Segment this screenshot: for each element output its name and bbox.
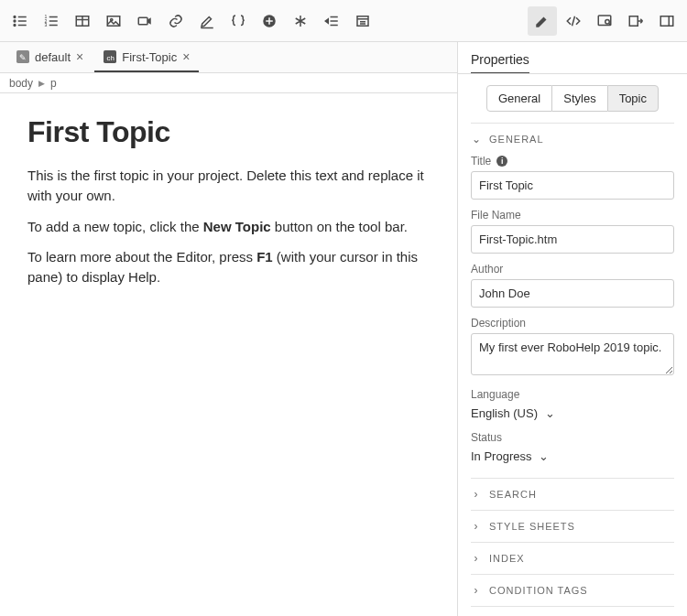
section-header-general[interactable]: ⌄ GENERAL: [471, 124, 674, 155]
title-label: Title i: [471, 155, 674, 168]
chevron-right-icon: ›: [471, 520, 482, 533]
paragraph-style-icon[interactable]: [348, 6, 377, 36]
close-icon[interactable]: ×: [182, 49, 190, 64]
section-search: ›SEARCH: [471, 478, 674, 510]
close-icon[interactable]: ×: [76, 49, 83, 64]
filename-label: File Name: [471, 209, 674, 222]
language-select[interactable]: English (US) ⌄: [471, 405, 674, 422]
insert-add-icon[interactable]: [255, 6, 284, 36]
description-input[interactable]: My first ever RoboHelp 2019 topic.: [471, 333, 674, 375]
tab-topic[interactable]: Topic: [607, 85, 659, 112]
svg-text:✎: ✎: [19, 53, 27, 62]
editor-content[interactable]: First Topic This is the first topic in y…: [0, 93, 457, 616]
svg-text:ch: ch: [107, 54, 114, 62]
breadcrumb-item[interactable]: p: [50, 77, 57, 90]
tab-styles[interactable]: Styles: [552, 85, 606, 112]
description-label: Description: [471, 317, 674, 330]
status-label: Status: [471, 431, 674, 444]
source-code-icon[interactable]: [559, 6, 588, 36]
language-label: Language: [471, 388, 674, 401]
author-label: Author: [471, 263, 674, 276]
svg-point-4: [14, 24, 16, 26]
section-condition-tags: ›CONDITION TAGS: [471, 574, 674, 606]
video-icon[interactable]: [130, 6, 159, 36]
code-braces-icon[interactable]: [224, 6, 253, 36]
document-tabs: ✎ default × ch First-Topic ×: [0, 42, 457, 73]
chevron-right-icon: ›: [471, 488, 482, 501]
chevron-right-icon: ›: [471, 584, 482, 597]
section-index: ›INDEX: [471, 542, 674, 574]
svg-text:3: 3: [45, 22, 48, 27]
link-icon[interactable]: [161, 6, 191, 36]
svg-rect-17: [138, 17, 147, 25]
bullet-list-icon[interactable]: [5, 6, 35, 36]
chevron-down-icon: ⌄: [471, 133, 482, 146]
author-input[interactable]: [471, 279, 674, 308]
tab-label: First-Topic: [122, 50, 177, 64]
paragraph[interactable]: To learn more about the Editor, press F1…: [27, 247, 430, 287]
section-header-file-info[interactable]: ›FILE INFO: [471, 607, 674, 616]
topic-file-icon: ch: [104, 50, 116, 63]
section-general: ⌄ GENERAL Title i File Name Author: [471, 123, 674, 478]
svg-point-2: [14, 20, 16, 22]
section-header-search[interactable]: ›SEARCH: [471, 479, 674, 510]
chevron-down-icon: ⌄: [545, 406, 555, 420]
title-input[interactable]: [471, 171, 674, 200]
properties-tabs: General Styles Topic: [458, 74, 687, 123]
export-icon[interactable]: [621, 6, 650, 36]
tab-default[interactable]: ✎ default ×: [7, 43, 93, 72]
tab-general[interactable]: General: [486, 85, 552, 112]
breadcrumb-item[interactable]: body: [9, 77, 33, 90]
properties-panel: Properties General Styles Topic ⌄ GENERA…: [458, 42, 687, 616]
svg-rect-31: [660, 16, 673, 26]
asterisk-icon[interactable]: [286, 6, 315, 36]
numbered-list-icon[interactable]: 123: [37, 6, 66, 36]
section-stylesheets: ›STYLE SHEETS: [471, 510, 674, 542]
filename-input[interactable]: [471, 225, 674, 254]
tab-label: default: [35, 50, 71, 64]
paragraph[interactable]: This is the first topic in your project.…: [27, 166, 430, 206]
panel-toggle-icon[interactable]: [652, 6, 682, 36]
chevron-right-icon: ›: [471, 552, 482, 565]
breadcrumb: body ▶ p: [0, 73, 457, 93]
image-icon[interactable]: [99, 6, 128, 36]
chevron-right-icon: ▶: [38, 79, 45, 88]
edit-mode-icon[interactable]: [528, 6, 557, 36]
preview-icon[interactable]: [590, 6, 619, 36]
section-header-stylesheets[interactable]: ›STYLE SHEETS: [471, 511, 674, 542]
table-icon[interactable]: [68, 6, 97, 36]
svg-point-0: [14, 16, 16, 17]
section-header-condition-tags[interactable]: ›CONDITION TAGS: [471, 575, 674, 606]
section-header-index[interactable]: ›INDEX: [471, 543, 674, 574]
section-file-info: ›FILE INFO: [471, 606, 674, 616]
chevron-down-icon: ⌄: [539, 449, 549, 463]
topic-heading[interactable]: First Topic: [27, 115, 430, 149]
status-select[interactable]: In Progress ⌄: [471, 448, 674, 465]
paragraph[interactable]: To add a new topic, click the New Topic …: [27, 217, 430, 237]
highlight-icon[interactable]: [192, 6, 222, 36]
main-toolbar: 123: [0, 0, 687, 42]
panel-title: Properties: [471, 52, 529, 74]
indent-decrease-icon[interactable]: [317, 6, 346, 36]
tab-first-topic[interactable]: ch First-Topic ×: [94, 43, 199, 72]
css-file-icon: ✎: [16, 50, 29, 63]
info-icon[interactable]: i: [496, 156, 507, 167]
svg-rect-30: [629, 16, 638, 26]
